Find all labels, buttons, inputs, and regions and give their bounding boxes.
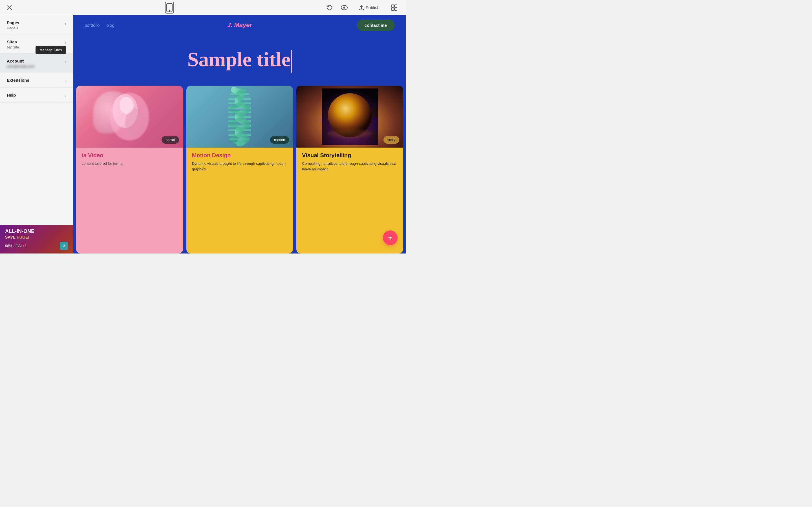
card-story-tag: story xyxy=(384,136,399,144)
mobile-device-icon xyxy=(166,3,172,12)
card-social-title: ia Video xyxy=(82,152,177,159)
card-story-text: Compelling narratives told through capti… xyxy=(302,161,398,172)
preview-button[interactable] xyxy=(339,3,349,13)
chevron-right-icon xyxy=(62,244,66,247)
sidebar-item-account-email: user@email.com xyxy=(7,64,35,68)
sidebar-item-pages[interactable]: Pages Page 1 › xyxy=(0,15,73,34)
card-social-body: ia Video content tailored for forms. xyxy=(76,148,183,253)
sidebar-item-sites-content: Sites My Site xyxy=(7,40,19,49)
sidebar-item-help[interactable]: Help › xyxy=(0,88,73,103)
card-social-text: content tailored for forms. xyxy=(82,161,177,166)
site-nav: portfolio blog J. Mayer contact me xyxy=(73,15,406,35)
sidebar-item-account-chevron: › xyxy=(65,60,66,64)
nav-link-blog[interactable]: blog xyxy=(106,23,114,27)
sidebar-item-pages-title: Pages xyxy=(7,20,19,25)
sidebar-item-pages-content: Pages Page 1 xyxy=(7,20,19,30)
sidebar-item-account-content: Account user@email.com xyxy=(7,59,35,68)
banner-subtitle: SAVE HUGE! xyxy=(5,235,68,239)
hero-section: Sample title xyxy=(73,35,406,86)
toolbar: Publish xyxy=(0,0,406,15)
banner-bottom-row: 98% off ALL! xyxy=(5,242,68,250)
sidebar-item-sites-title: Sites xyxy=(7,40,19,44)
sidebar-item-extensions-title: Extensions xyxy=(7,78,29,82)
sidebar-item-help-content: Help xyxy=(7,93,16,98)
publish-upload-icon xyxy=(359,5,364,10)
banner-title: ALL-IN-ONE xyxy=(5,229,68,234)
sidebar-item-account[interactable]: Account user@email.com › xyxy=(0,54,73,73)
publish-label: Publish xyxy=(366,5,379,10)
manage-sites-tooltip: Manage Sites xyxy=(36,46,66,54)
svg-point-13 xyxy=(119,97,134,114)
sidebar-item-sites-chevron: › xyxy=(65,41,66,45)
contact-button[interactable]: contact me xyxy=(357,19,395,31)
sidebar-item-pages-chevron: › xyxy=(65,21,66,26)
card-social-image: social xyxy=(76,86,183,148)
svg-rect-9 xyxy=(395,8,397,10)
main-content: portfolio blog J. Mayer contact me Sampl… xyxy=(73,15,406,253)
title-cursor xyxy=(291,50,292,73)
add-fab-button[interactable]: + xyxy=(383,230,398,245)
card-story-image: story xyxy=(296,86,403,148)
layout-grid-icon xyxy=(391,4,398,11)
toolbar-center xyxy=(165,2,174,13)
toolbar-left xyxy=(0,3,15,13)
close-button[interactable] xyxy=(4,3,15,13)
cards-section: social ia Video content tailored for for… xyxy=(73,86,406,253)
preview-eye-icon xyxy=(341,5,348,10)
sidebar-item-extensions-chevron: › xyxy=(65,79,66,83)
card-motion: motion Motion Design Dynamic visuals bro… xyxy=(186,86,293,253)
mobile-view-button[interactable] xyxy=(165,2,174,13)
banner-arrow-button[interactable] xyxy=(60,242,68,250)
publish-button[interactable]: Publish xyxy=(354,3,385,12)
hero-title[interactable]: Sample title xyxy=(188,48,292,73)
layout-button[interactable] xyxy=(389,3,399,13)
svg-rect-6 xyxy=(391,5,394,7)
card-motion-image: motion xyxy=(186,86,293,148)
sidebar-item-sites-subtitle: My Site xyxy=(7,45,19,49)
card-social: social ia Video content tailored for for… xyxy=(76,86,183,253)
undo-button[interactable] xyxy=(324,3,335,13)
sidebar-item-account-title: Account xyxy=(7,59,35,63)
card-motion-body: Motion Design Dynamic visuals brought to… xyxy=(186,148,293,253)
svg-point-16 xyxy=(327,129,372,138)
site-nav-links: portfolio blog xyxy=(85,23,114,27)
card-social-tag: social xyxy=(161,136,179,144)
svg-rect-7 xyxy=(395,5,397,7)
nav-link-portfolio[interactable]: portfolio xyxy=(85,23,100,27)
glowing-sphere-svg xyxy=(322,89,378,145)
svg-point-3 xyxy=(169,10,170,11)
sidebar-item-pages-subtitle: Page 1 xyxy=(7,26,19,30)
manage-sites-tooltip-text: Manage Sites xyxy=(40,48,62,52)
close-icon xyxy=(7,5,12,10)
promo-banner: ALL-IN-ONE SAVE HUGE! 98% off ALL! xyxy=(0,225,73,253)
undo-icon xyxy=(326,4,333,11)
banner-discount-text: 98% off ALL! xyxy=(5,244,26,248)
glass-sculpture-svg xyxy=(104,89,155,145)
card-story: story Visual Storytelling Compelling nar… xyxy=(296,86,403,253)
site-brand: J. Mayer xyxy=(227,21,252,29)
svg-rect-8 xyxy=(391,8,394,10)
sidebar-item-extensions[interactable]: Extensions › xyxy=(0,73,73,88)
card-motion-tag: motion xyxy=(270,136,289,144)
toolbar-right: Publish xyxy=(324,3,406,13)
sidebar-item-extensions-content: Extensions xyxy=(7,78,29,82)
helix-spiral-svg xyxy=(214,87,265,146)
sidebar-item-help-title: Help xyxy=(7,93,16,98)
card-motion-title: Motion Design xyxy=(192,152,288,159)
sidebar-item-help-chevron: › xyxy=(65,94,66,98)
card-motion-text: Dynamic visuals brought to life through … xyxy=(192,161,288,172)
fab-plus-icon: + xyxy=(388,233,393,242)
card-story-title: Visual Storytelling xyxy=(302,152,398,159)
svg-point-5 xyxy=(343,6,345,8)
